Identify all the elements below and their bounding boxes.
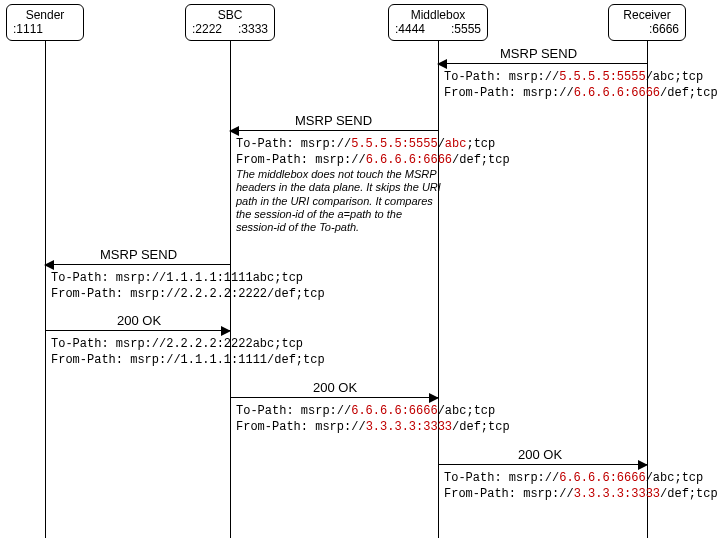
msg3-body: To-Path: msrp://1.1.1.1:1111abc;tcp From… <box>51 271 325 302</box>
msg2-label: MSRP SEND <box>295 113 372 128</box>
msg5-arrow <box>230 397 438 398</box>
participant-title: Middlebox <box>395 8 481 22</box>
participant-sbc: SBC :2222:3333 <box>185 4 275 41</box>
msg2-body: To-Path: msrp://5.5.5.5:5555/abc;tcp Fro… <box>236 137 510 234</box>
msg6-label: 200 OK <box>518 447 562 462</box>
msg1-label: MSRP SEND <box>500 46 577 61</box>
participant-receiver: Receiver :6666 <box>608 4 686 41</box>
msg6-body: To-Path: msrp://6.6.6.6:6666/abc;tcp Fro… <box>444 471 718 502</box>
participant-title: Receiver <box>615 8 679 22</box>
lifeline-sender <box>45 40 46 538</box>
msg5-label: 200 OK <box>313 380 357 395</box>
sequence-diagram: Sender :1111 SBC :2222:3333 Middlebox :4… <box>0 0 725 539</box>
msg1-arrow <box>438 63 647 64</box>
participant-addr: :6666 <box>649 22 679 36</box>
msg5-body: To-Path: msrp://6.6.6.6:6666/abc;tcp Fro… <box>236 404 510 435</box>
msg3-label: MSRP SEND <box>100 247 177 262</box>
msg3-arrow <box>45 264 230 265</box>
msg4-body: To-Path: msrp://2.2.2.2:2222abc;tcp From… <box>51 337 325 368</box>
msg4-label: 200 OK <box>117 313 161 328</box>
participant-title: Sender <box>13 8 77 22</box>
participant-addr: :4444 <box>395 22 425 36</box>
msg4-arrow <box>45 330 230 331</box>
msg6-arrow <box>438 464 647 465</box>
middlebox-note: The middlebox does not touch the MSRP he… <box>236 168 446 234</box>
participant-addr: :2222 <box>192 22 222 36</box>
participant-title: SBC <box>192 8 268 22</box>
participant-addr: :1111 <box>13 22 43 36</box>
msg2-arrow <box>230 130 438 131</box>
participant-middlebox: Middlebox :4444:5555 <box>388 4 488 41</box>
participant-sender: Sender :1111 <box>6 4 84 41</box>
msg1-body: To-Path: msrp://5.5.5.5:5555/abc;tcp Fro… <box>444 70 718 101</box>
